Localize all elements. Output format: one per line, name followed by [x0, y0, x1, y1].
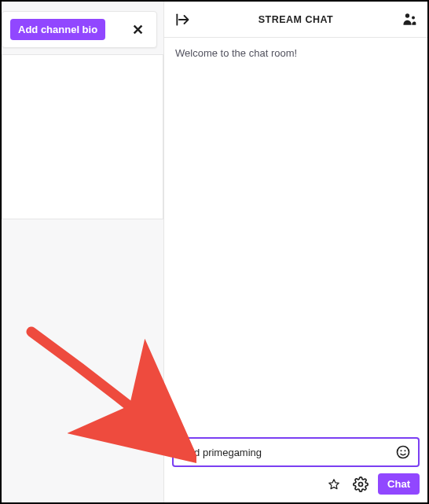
content-placeholder	[2, 54, 163, 219]
chat-footer-actions: Chat	[172, 473, 420, 495]
chat-input-container[interactable]	[172, 437, 420, 467]
svg-point-5	[401, 450, 402, 451]
stream-chat-panel: STREAM CHAT Welcome to the chat room!	[164, 2, 427, 502]
emote-picker-icon[interactable]	[394, 443, 412, 461]
chat-footer: Chat	[164, 431, 427, 502]
add-channel-bio-button[interactable]: Add channel bio	[10, 19, 105, 40]
chat-header: STREAM CHAT	[164, 2, 427, 38]
svg-point-3	[412, 16, 415, 19]
svg-marker-7	[329, 479, 339, 488]
collapse-chat-icon[interactable]	[172, 9, 192, 30]
svg-point-6	[405, 450, 406, 451]
bio-card: Add channel bio ✕	[2, 11, 157, 48]
svg-point-8	[359, 482, 363, 486]
chat-send-button[interactable]: Chat	[378, 473, 420, 495]
chat-header-title: STREAM CHAT	[192, 14, 399, 25]
close-icon[interactable]: ✕	[127, 20, 148, 40]
settings-icon[interactable]	[351, 475, 370, 494]
app-frame: Add channel bio ✕ STREAM CHAT	[0, 0, 429, 504]
community-icon[interactable]	[399, 9, 420, 30]
svg-point-4	[398, 447, 409, 458]
chat-messages-area: Welcome to the chat room!	[164, 38, 427, 431]
left-pane: Add channel bio ✕	[2, 2, 164, 502]
chat-welcome-text: Welcome to the chat room!	[175, 47, 416, 59]
svg-point-2	[405, 13, 409, 17]
channel-points-icon[interactable]	[324, 475, 343, 494]
chat-input[interactable]	[180, 447, 394, 458]
